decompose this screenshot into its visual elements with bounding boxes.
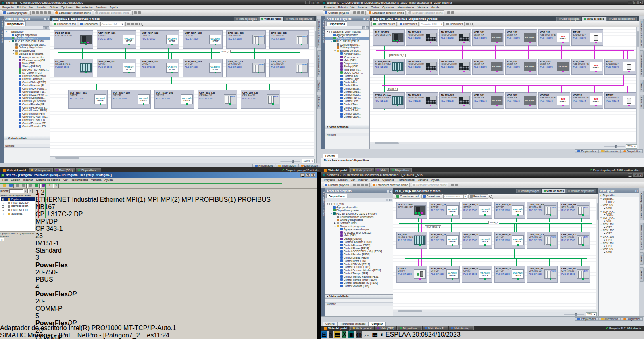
- tab-propiedades[interactable]: Propiedades: [575, 149, 598, 153]
- zoom-slider[interactable]: [604, 146, 625, 147]
- tree-item[interactable]: Agregar dispositivo: [4, 33, 50, 37]
- network-label[interactable]: PN/IE_1: [220, 50, 231, 53]
- detail-view-title[interactable]: Vista detallada: [8, 137, 27, 140]
- pin-icon[interactable]: ▣ ◀: [363, 17, 368, 20]
- diagnostics-icon[interactable]: [447, 11, 450, 14]
- port-icon[interactable]: [452, 244, 453, 246]
- clock[interactable]: 20:0824/10/2023: [412, 331, 461, 338]
- tree-item[interactable]: IO access error [OB...: [4, 59, 50, 62]
- port-icon[interactable]: [397, 105, 398, 106]
- device-node[interactable]: VDF_NXP_202OPTCPPLC S7 1500VACON®OPTCP: [140, 59, 179, 77]
- port-icon[interactable]: [171, 44, 173, 45]
- tree-item[interactable]: Control SensoresMo...: [4, 74, 50, 77]
- port-icon[interactable]: [229, 103, 231, 105]
- tree-item[interactable]: Control Alar...: [325, 81, 369, 84]
- assigned-controller-link[interactable]: PLC S7 1500: [561, 209, 576, 211]
- search-icon[interactable]: ○: [329, 331, 333, 338]
- horizontal-scrollbar[interactable]: [50, 156, 314, 159]
- device-node[interactable]: VDF_203Vacon NXPLC_NB178DP-NORM: [538, 59, 570, 75]
- tab-herramientas-online[interactable]: Herramientas online: [317, 50, 321, 77]
- menu-item[interactable]: Online: [371, 6, 379, 9]
- assigned-controller-link[interactable]: PLC_NB178: [507, 66, 523, 68]
- tab-catalogo-hardware[interactable]: Catálogo de hardware: [640, 191, 644, 220]
- port-icon[interactable]: [215, 72, 216, 73]
- editor-tab[interactable]: Dispositivos ...: [76, 168, 101, 172]
- tree-item[interactable]: Control Escalar [FB...: [4, 103, 50, 106]
- assigned-controller-link[interactable]: PLC S7 1500: [431, 209, 446, 211]
- tree-item[interactable]: ▶CPX...: [599, 245, 639, 248]
- tab-propiedades[interactable]: Propiedades: [252, 164, 275, 167]
- tree-item[interactable]: ▼PLC S7 1500 [CPU 1516-...: [4, 40, 50, 43]
- menu-item[interactable]: Opciones: [382, 6, 394, 9]
- device-node[interactable]: CPX_202_CTCPX Rev 30PLC S7 1500FESTO: [560, 232, 590, 249]
- tree-item[interactable]: ▶CPX...: [599, 238, 639, 241]
- port-icon[interactable]: [529, 105, 531, 106]
- port-icon[interactable]: [463, 71, 465, 72]
- horizontal-scrollbar[interactable]: [393, 310, 596, 312]
- connection-type-select[interactable]: Conexión HMI▾: [443, 194, 467, 199]
- device-node[interactable]: CPX_101_BBCPX Rev 30PLC S7 1500FESTO: [226, 30, 266, 49]
- connections-button[interactable]: Conexiones: [398, 22, 419, 26]
- assigned-controller-link[interactable]: PLC S7 1500: [561, 239, 576, 241]
- assigned-controller-link[interactable]: PLC S7 1500: [398, 239, 413, 241]
- editor-tab[interactable]: Main (OB1): [54, 168, 75, 172]
- assigned-controller-link[interactable]: PLC S7 1500: [156, 97, 180, 100]
- tab-compilar[interactable]: Compilar: [369, 322, 386, 326]
- tree-item[interactable]: Control1 Alar...: [325, 74, 369, 77]
- tab-vista-de-redes[interactable]: Vista de redes: [542, 189, 566, 193]
- diagnostics-icon[interactable]: [134, 11, 137, 14]
- tree-item[interactable]: S7_Comm [FC1]: [4, 71, 50, 74]
- device-node[interactable]: VDF_NXP_201OPTCPPLC S7 1500VACON®OPTCP: [429, 232, 460, 249]
- tree-item[interactable]: Control Tiempo [FB8]: [325, 272, 393, 275]
- assigned-controller-link[interactable]: PLC S7 1500: [142, 66, 165, 68]
- assigned-controller-link[interactable]: PLC S7 1500: [561, 273, 576, 275]
- assigned-controller-link[interactable]: PLC_NB178: [375, 66, 391, 68]
- undo-icon[interactable]: [44, 11, 47, 14]
- maximize-button[interactable]: ▢: [311, 1, 315, 4]
- port-icon[interactable]: [397, 42, 398, 43]
- menu-item[interactable]: Ventana: [96, 6, 107, 9]
- breadcrumb[interactable]: PLC_V16 ▶ Dispositivos y redes Vista top…: [393, 188, 598, 194]
- menu-item[interactable]: Ver: [351, 6, 355, 9]
- network-label[interactable]: PN/IE_1: [488, 221, 499, 224]
- connect-network-button[interactable]: Conectar en red: [371, 22, 397, 26]
- network-canvas[interactable]: PROFIBUS_1 PN/IE_1 PLC_NB178CPU 1516-3 P…: [370, 27, 639, 144]
- device-node[interactable]: VDF_301Vacon NXPLC_NB178DP-NORM: [472, 92, 504, 109]
- tab-tareas[interactable]: Tareas: [640, 252, 644, 265]
- tab-general[interactable]: General: [323, 154, 338, 158]
- editor-tab[interactable]: Main Analog...: [449, 326, 474, 330]
- go-offline-button[interactable]: Deshacer conexión online: [94, 10, 131, 15]
- collapsed-pane-strip[interactable]: Dispositivos y redes: [321, 16, 325, 149]
- relations-icon[interactable]: [127, 23, 130, 25]
- port-icon[interactable]: [100, 103, 101, 105]
- tab-librerias[interactable]: Librerías: [317, 95, 321, 109]
- tree-item[interactable]: Control Pressure ST...: [4, 121, 50, 125]
- port-icon[interactable]: [484, 278, 486, 280]
- device-node[interactable]: VDF_NXP_203OPTCPPLC S7 1500VACON®OPTCP: [494, 232, 525, 249]
- tab-vista-de-redes[interactable]: Vista de redes: [259, 17, 283, 21]
- tree-item[interactable]: ▶VDF...: [599, 220, 639, 223]
- menu-item[interactable]: Insertar: [358, 6, 368, 9]
- tree-item[interactable]: ▼VDF_NX...: [599, 216, 639, 220]
- device-node[interactable]: CPX_301_EBCPX Rev 30PLC S7 1500FESTO: [198, 90, 237, 109]
- assigned-controller-link[interactable]: PLC S7 1500: [529, 209, 544, 211]
- port-icon[interactable]: [496, 42, 498, 43]
- zoom-slider[interactable]: [564, 314, 584, 315]
- tree-item[interactable]: Control SC1000 [FB31]: [325, 266, 393, 269]
- port-icon[interactable]: [595, 105, 597, 106]
- mpi-line[interactable]: [0, 193, 282, 193]
- assigned-controller-link[interactable]: PLC S7 1500: [463, 273, 478, 275]
- menu-item[interactable]: Online: [371, 178, 379, 181]
- zoom-icon[interactable]: [139, 23, 142, 25]
- tab-vista-topologica[interactable]: Vista topológica: [556, 17, 581, 21]
- maximize-button[interactable]: ▢: [633, 173, 638, 177]
- tree-item[interactable]: Control1 Al­armas [FB28]: [325, 241, 393, 244]
- device-node[interactable]: PT307SAD600 DPPLC_NB178: [604, 92, 636, 109]
- close-button[interactable]: ✕: [316, 1, 320, 4]
- tree-item[interactable]: Control Tiem...: [325, 106, 369, 109]
- go-offline-button[interactable]: Deshacer conexión online: [407, 10, 444, 15]
- tree-item[interactable]: Control Lineas [FB26]: [4, 109, 50, 112]
- tree-item[interactable]: Control Tiempo Timer [FB29]: [325, 278, 393, 281]
- tree-item[interactable]: Main [OB1]: [325, 234, 393, 237]
- port-icon[interactable]: [628, 71, 630, 72]
